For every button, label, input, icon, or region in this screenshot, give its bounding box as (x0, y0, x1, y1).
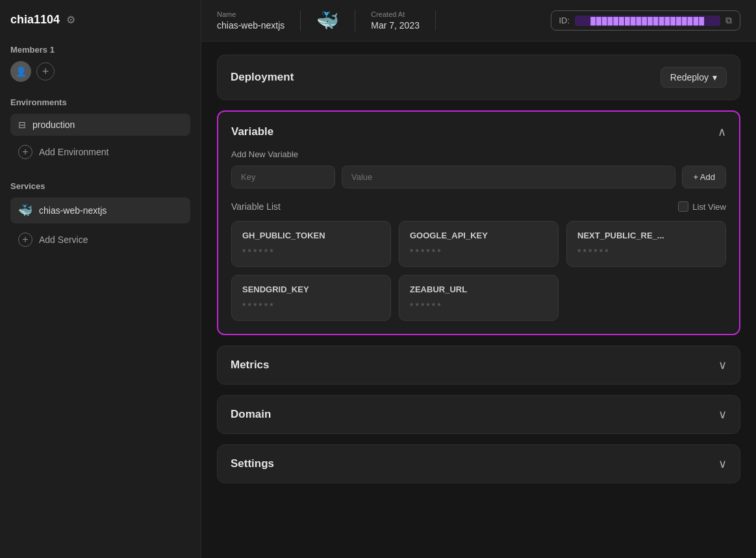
variable-section: Variable ∧ Add New Variable + Add Variab… (217, 110, 740, 335)
members-section-title: Members 1 (10, 45, 190, 55)
add-member-button[interactable]: + (36, 62, 55, 81)
add-service-button[interactable]: + Add Service (10, 229, 190, 251)
domain-title: Domain (231, 408, 271, 421)
domain-header: Domain ∨ (218, 396, 740, 433)
name-label: Name (217, 10, 236, 18)
settings-section: Settings ∨ (217, 444, 740, 483)
topbar-id-section: ID: ████████████████████ ⧉ (551, 10, 741, 31)
var-name-3: SENDGRID_KEY (242, 285, 380, 294)
services-section: Services 🐳 chias-web-nextjs + Add Servic… (10, 179, 190, 251)
topbar: Name chias-web-nextjs 🐳 Created At Mar 7… (201, 0, 756, 42)
variable-title: Variable (231, 125, 273, 138)
chevron-down-icon: ▾ (712, 72, 717, 82)
var-card-3: SENDGRID_KEY ****** (231, 275, 391, 321)
services-label: Services (10, 181, 190, 191)
deployment-header: Deployment Redeploy ▾ (218, 55, 740, 99)
sidebar-item-service[interactable]: 🐳 chias-web-nextjs (10, 197, 190, 223)
var-card-4: ZEABUR_URL ****** (399, 275, 559, 321)
add-variable-button[interactable]: + Add (682, 166, 726, 188)
add-env-icon: + (18, 145, 32, 159)
redeploy-button[interactable]: Redeploy ▾ (661, 67, 727, 88)
env-label: production (32, 120, 75, 130)
list-view-checkbox[interactable] (678, 201, 688, 212)
metrics-header: Metrics ∨ (218, 346, 740, 384)
gear-icon[interactable]: ⚙ (66, 14, 75, 26)
var-card-0: GH_PUBLIC_TOKEN ****** (231, 221, 391, 267)
value-input[interactable] (342, 166, 675, 188)
var-name-4: ZEABUR_URL (410, 285, 548, 294)
list-view-toggle[interactable]: List View (678, 201, 726, 212)
environments-label: Environments (10, 97, 190, 107)
var-value-3: ****** (242, 301, 380, 311)
sidebar-header: chia1104 ⚙ (10, 13, 190, 27)
variable-header: Variable ∧ (231, 125, 726, 139)
variable-list-title: Variable List (231, 201, 281, 212)
var-name-0: GH_PUBLIC_TOKEN (242, 231, 380, 240)
add-env-label: Add Environment (39, 147, 108, 157)
topbar-docker-icon-section: 🐳 (301, 10, 355, 31)
sidebar-item-production[interactable]: ⊟ production (10, 114, 190, 136)
deployment-section: Deployment Redeploy ▾ (217, 55, 740, 100)
add-environment-button[interactable]: + Add Environment (10, 141, 190, 163)
metrics-section: Metrics ∨ (217, 346, 740, 385)
created-value: Mar 7, 2023 (371, 20, 420, 31)
id-value: ████████████████████ (575, 16, 720, 26)
add-service-label: Add Service (39, 235, 88, 245)
list-view-label: List View (692, 202, 726, 212)
settings-chevron-icon[interactable]: ∨ (718, 457, 727, 471)
var-card-2: NEXT_PUBLIC_RE_... ****** (566, 221, 726, 267)
var-name-2: NEXT_PUBLIC_RE_... (577, 231, 715, 240)
key-input[interactable] (231, 166, 335, 188)
variable-grid: GH_PUBLIC_TOKEN ****** GOOGLE_API_KEY **… (231, 221, 726, 321)
avatar: 👤 (10, 61, 31, 82)
redeploy-label: Redeploy (670, 72, 709, 82)
var-card-1: GOOGLE_API_KEY ****** (399, 221, 559, 267)
variable-collapse-icon[interactable]: ∧ (718, 125, 726, 139)
var-value-4: ****** (410, 301, 548, 311)
variable-list-header: Variable List List View (231, 201, 726, 212)
copy-icon[interactable]: ⧉ (725, 15, 732, 26)
id-label: ID: (559, 16, 570, 25)
topbar-date-section: Created At Mar 7, 2023 (355, 10, 436, 31)
topbar-name-section: Name chias-web-nextjs (217, 10, 301, 31)
settings-header: Settings ∨ (218, 445, 740, 483)
id-badge: ID: ████████████████████ ⧉ (551, 10, 741, 31)
variable-inputs: + Add (231, 166, 726, 188)
add-new-variable-label: Add New Variable (231, 149, 726, 159)
var-value-0: ****** (242, 247, 380, 257)
environments-section: Environments ⊟ production + Add Environm… (10, 95, 190, 163)
metrics-title: Metrics (231, 359, 270, 372)
deployment-title: Deployment (231, 71, 294, 84)
var-value-1: ****** (410, 247, 548, 257)
sidebar: chia1104 ⚙ Members 1 👤 + Environments ⊟ … (0, 0, 201, 558)
docker-icon: 🐳 (18, 203, 32, 218)
add-service-icon: + (18, 233, 32, 247)
var-value-2: ****** (577, 247, 715, 257)
metrics-chevron-icon[interactable]: ∨ (718, 358, 727, 372)
content: Deployment Redeploy ▾ Variable ∧ Add New… (201, 42, 756, 558)
domain-section: Domain ∨ (217, 395, 740, 434)
settings-title: Settings (231, 457, 274, 470)
name-value: chias-web-nextjs (217, 20, 284, 31)
project-name: chia1104 (10, 13, 60, 27)
var-name-1: GOOGLE_API_KEY (410, 231, 548, 240)
docker-whale-icon: 🐳 (316, 10, 339, 31)
members-row: 👤 + (10, 61, 190, 82)
env-icon: ⊟ (18, 120, 26, 130)
created-label: Created At (371, 10, 405, 18)
main: Name chias-web-nextjs 🐳 Created At Mar 7… (201, 0, 756, 558)
domain-chevron-icon[interactable]: ∨ (718, 407, 727, 422)
service-label: chias-web-nextjs (39, 205, 107, 216)
